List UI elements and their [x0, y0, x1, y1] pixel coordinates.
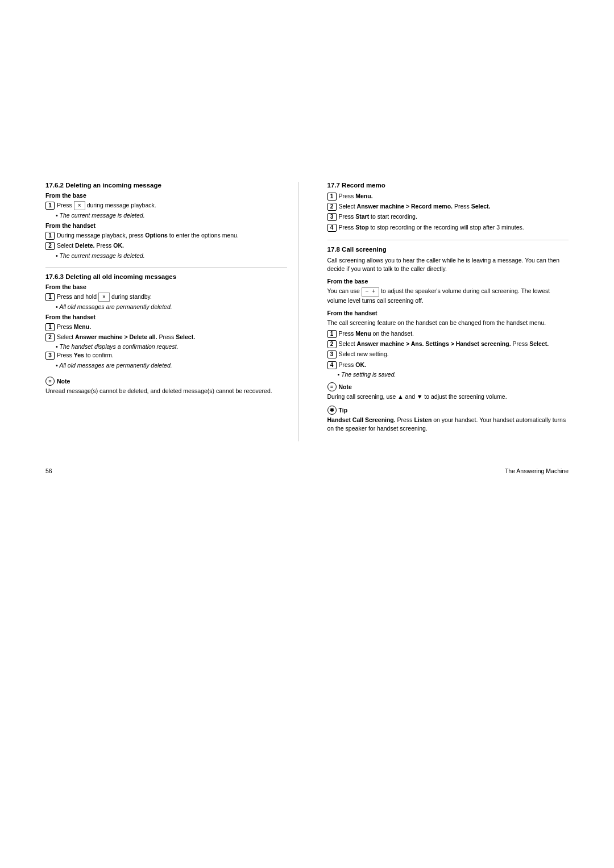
step-number: 4: [327, 361, 337, 369]
from-base-label-17-6-2: From the base: [45, 192, 287, 199]
bullet-item: The setting is saved.: [338, 371, 569, 378]
step-text: Press Yes to confirm.: [57, 351, 114, 360]
vol-control-icon: − +: [362, 287, 379, 297]
step-number: 2: [327, 340, 337, 348]
from-handset-label-17-6-3: From the handset: [45, 314, 287, 320]
from-base-label-17-6-3: From the base: [45, 283, 287, 290]
from-handset-intro-17-8: The call screening feature on the handse…: [327, 319, 569, 327]
step-number: 3: [45, 352, 55, 360]
step-item: 1 Press Menu.: [45, 323, 287, 331]
section-17-7: 17.7 Record memo 1 Press Menu. 2 Select …: [327, 182, 569, 232]
step-item: 2 Select Delete. Press OK.: [45, 241, 287, 250]
step-number: 2: [45, 242, 55, 250]
from-handset-label-17-8: From the handset: [327, 310, 569, 316]
step-item: 1 Press Menu.: [327, 192, 569, 201]
step-number: 3: [327, 350, 337, 358]
bullet-item: The handset displays a confirmation requ…: [56, 343, 287, 350]
step-text: Press and hold × during standby.: [57, 293, 152, 302]
bullet-item: The current message is deleted.: [56, 252, 287, 259]
step-item: 2 Select Answer machine > Delete all. Pr…: [45, 333, 287, 341]
tip-text: Handset Call Screening. Press Listen on …: [327, 416, 569, 433]
step-text: Press Start to start recording.: [339, 212, 417, 221]
column-right: 17.7 Record memo 1 Press Menu. 2 Select …: [322, 182, 569, 441]
step-item: 4 Press OK.: [327, 361, 569, 369]
section-17-8-intro: Call screening allows you to hear the ca…: [327, 256, 569, 273]
step-item: 4 Press Stop to stop recording or the re…: [327, 223, 569, 232]
from-base-text-17-8: You can use − + to adjust the speaker's …: [327, 287, 569, 304]
section-17-6-3-title: 17.6.3 Deleting all old incoming message…: [45, 273, 287, 280]
from-handset-steps-17-6-2: 1 During message playback, press Options…: [45, 231, 287, 250]
step-number: 1: [45, 293, 55, 301]
from-handset-steps-17-6-3: 1 Press Menu. 2 Select Answer machine > …: [45, 323, 287, 341]
step-item: 3 Press Yes to confirm.: [45, 351, 287, 360]
step-text: Press Menu.: [57, 323, 91, 331]
step-item: 3 Press Start to start recording.: [327, 212, 569, 221]
step-item: 2 Select Answer machine > Ans. Settings …: [327, 340, 569, 348]
step-text: During message playback, press Options t…: [57, 231, 239, 240]
divider: [45, 267, 287, 268]
step-text: Press OK.: [339, 361, 366, 369]
step-number: 2: [327, 203, 337, 211]
bullet-item: All old messages are permanently deleted…: [56, 362, 287, 369]
step-text: Select Delete. Press OK.: [57, 241, 124, 250]
step-number: 1: [45, 202, 55, 210]
bullet-item: All old messages are permanently deleted…: [56, 303, 287, 310]
note-box-17-8: ≡ Note During call screening, use ▲ and …: [327, 382, 569, 401]
note-text: During call screening, use ▲ and ▼ to ad…: [327, 393, 569, 401]
step-number: 2: [45, 333, 55, 341]
step-text: Press Stop to stop recording or the reco…: [339, 223, 524, 232]
key-icon: ×: [74, 201, 85, 210]
tip-icon: ✱: [327, 406, 337, 415]
section-17-6-2-title: 17.6.2 Deleting an incoming message: [45, 182, 287, 189]
page-footer: 56 The Answering Machine: [45, 464, 569, 474]
step-number: 1: [327, 193, 337, 201]
step-text: Select Answer machine > Ans. Settings > …: [339, 340, 549, 348]
note-label: Note: [339, 383, 352, 390]
step-text: Press Menu on the handset.: [339, 329, 414, 338]
step-number: 1: [45, 323, 55, 331]
step-item: 1 Press × during message playback.: [45, 201, 287, 210]
content-area: 17.6.2 Deleting an incoming message From…: [45, 182, 569, 441]
step-item: 3 Select new setting.: [327, 350, 569, 358]
page: 17.6.2 Deleting an incoming message From…: [0, 0, 614, 868]
step-item: 1 Press and hold × during standby.: [45, 293, 287, 302]
note-text: Unread message(s) cannot be deleted, and…: [45, 387, 287, 395]
tip-header: ✱ Tip: [327, 406, 569, 415]
step-text: Press Menu.: [339, 192, 373, 201]
tip-box-17-8: ✱ Tip Handset Call Screening. Press List…: [327, 406, 569, 433]
section-17-7-steps: 1 Press Menu. 2 Select Answer machine > …: [327, 192, 569, 232]
step-item: 1 During message playback, press Options…: [45, 231, 287, 240]
key-icon: ×: [98, 293, 110, 302]
note-icon: ≡: [327, 382, 337, 391]
from-base-steps-17-6-2: 1 Press × during message playback.: [45, 201, 287, 210]
section-17-7-title: 17.7 Record memo: [327, 182, 569, 189]
divider: [327, 240, 569, 240]
section-17-6-2: 17.6.2 Deleting an incoming message From…: [45, 182, 287, 259]
step-text: Select new setting.: [339, 350, 389, 358]
step-item: 2 Select Answer machine > Record memo. P…: [327, 202, 569, 211]
step-item: 1 Press Menu on the handset.: [327, 329, 569, 338]
from-base-label-17-8: From the base: [327, 278, 569, 285]
step-text: Select Answer machine > Delete all. Pres…: [57, 333, 195, 341]
step-number: 4: [327, 224, 337, 232]
column-left: 17.6.2 Deleting an incoming message From…: [45, 182, 299, 441]
note-header: ≡ Note: [45, 377, 287, 386]
tip-label: Tip: [339, 407, 348, 414]
page-number: 56: [45, 468, 52, 474]
note-label: Note: [57, 378, 70, 385]
from-handset-label-17-6-2: From the handset: [45, 222, 287, 229]
step-number: 1: [45, 232, 55, 240]
from-base-steps-17-6-3: 1 Press and hold × during standby.: [45, 293, 287, 302]
step-number: 1: [327, 330, 337, 338]
from-handset-steps-17-8: 1 Press Menu on the handset. 2 Select An…: [327, 329, 569, 369]
footer-title: The Answering Machine: [505, 468, 569, 474]
note-header: ≡ Note: [327, 382, 569, 391]
note-box: ≡ Note Unread message(s) cannot be delet…: [45, 377, 287, 395]
section-17-6-3: 17.6.3 Deleting all old incoming message…: [45, 273, 287, 369]
bullet-item: The current message is deleted.: [56, 212, 287, 219]
section-17-8: 17.8 Call screening Call screening allow…: [327, 246, 569, 433]
section-17-8-title: 17.8 Call screening: [327, 246, 569, 253]
step-number: 3: [327, 213, 337, 221]
step-text: Select Answer machine > Record memo. Pre…: [339, 202, 491, 211]
note-icon: ≡: [45, 377, 55, 386]
